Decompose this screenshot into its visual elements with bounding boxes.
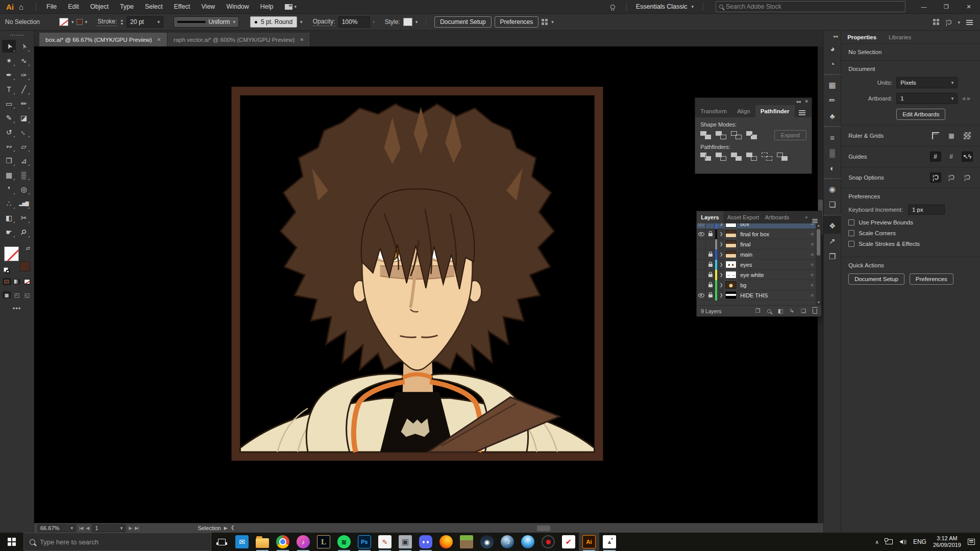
quick-action-button[interactable]: Preferences [910, 273, 953, 285]
chevron-down-icon[interactable]: ▾ [415, 19, 418, 24]
panel-tab[interactable]: Align [732, 105, 755, 117]
layer-row[interactable]: ❯ final ○ [697, 239, 816, 249]
color-button[interactable] [3, 278, 11, 285]
illustrator-icon[interactable]: Ai [579, 533, 599, 551]
blue-orb-app-icon[interactable] [518, 533, 538, 551]
touch-workspace-icon[interactable] [933, 19, 940, 26]
color-guide-icon[interactable]: ◔ [824, 56, 841, 71]
hand-tool[interactable]: ☛ [2, 226, 16, 238]
arrange-documents-icon[interactable] [542, 19, 548, 26]
layer-row[interactable]: ❯ HIDE THIS ○ [697, 290, 816, 300]
prev-artboard-icon[interactable]: ◀ [86, 525, 89, 531]
tray-chevron-icon[interactable]: ∧ [875, 539, 879, 545]
menu-item[interactable]: Object [85, 1, 114, 12]
lasso-tool[interactable]: ∿ [17, 54, 31, 67]
target-circle-icon[interactable]: ○ [811, 231, 814, 237]
quick-action-button[interactable]: Document Setup [848, 273, 904, 285]
lock-icon[interactable] [708, 274, 713, 277]
list-menu-icon[interactable] [966, 20, 973, 21]
expand-chevron-icon[interactable]: ❯ [717, 242, 725, 246]
type-tool[interactable]: T [2, 83, 16, 95]
blend-tool[interactable]: ◎ [17, 183, 31, 195]
symbols-icon[interactable]: ♣ [824, 108, 841, 123]
paintbrush-tool[interactable]: ✏ [17, 97, 31, 110]
image-viewer-icon[interactable]: ▲ [599, 533, 620, 551]
panel-tab[interactable]: Properties [841, 31, 883, 44]
intersect-icon[interactable] [731, 131, 742, 139]
shape-builder-tool[interactable]: ❐ [2, 154, 16, 167]
checkbox-box[interactable] [848, 230, 854, 236]
style-swatch[interactable] [403, 18, 412, 26]
adobe-stock-search[interactable] [716, 1, 905, 12]
chevron-down-icon[interactable]: ▾ [295, 4, 297, 9]
layer-name[interactable]: eyes [740, 262, 811, 268]
menu-item[interactable]: Edit [63, 1, 84, 12]
preference-checkbox[interactable]: Scale Strokes & Effects [848, 241, 973, 247]
language-indicator[interactable]: ENG [913, 538, 926, 545]
stroke-label[interactable]: Stroke: [97, 18, 117, 26]
menu-item[interactable]: Help [255, 1, 279, 12]
checkbox-box[interactable] [848, 219, 854, 226]
file-explorer-icon[interactable] [252, 533, 273, 551]
snap-options-icon[interactable]: ¦Ɔ [946, 19, 952, 26]
volume-icon[interactable]: )) [899, 539, 906, 544]
document-tab[interactable]: box.ai* @ 66.67% (CMYK/GPU Preview) ✕ [39, 33, 167, 46]
artboards-panel-icon[interactable]: ❐ [824, 249, 841, 264]
panel-tab[interactable]: Libraries [883, 31, 917, 44]
status-menu-arrow[interactable]: ▶ [224, 525, 228, 531]
collapse-panel-icon[interactable]: ◂◂ [796, 99, 801, 104]
target-circle-icon[interactable]: ○ [811, 252, 814, 257]
close-tab-icon[interactable]: ✕ [300, 37, 304, 42]
panel-tab[interactable]: Pathfinder [755, 105, 795, 117]
stroke-swatch[interactable] [77, 19, 82, 24]
fill-stroke-widget[interactable]: ⇄ [3, 245, 31, 272]
visibility-eye-icon[interactable] [698, 232, 704, 236]
layer-row[interactable]: ❯ main ○ [697, 249, 816, 260]
unite-icon[interactable] [700, 131, 711, 139]
panel-tab[interactable]: Transform [695, 105, 732, 117]
visibility-eye-icon[interactable] [698, 223, 704, 226]
panel-tab[interactable]: Layers [697, 211, 723, 223]
expand-panel-icon[interactable]: » [805, 215, 810, 220]
stock-search-input[interactable] [726, 3, 902, 10]
scroll-left-icon[interactable]: ❯ [231, 525, 235, 531]
menu-item[interactable]: Select [140, 1, 168, 12]
screen-recorder-icon[interactable]: ▣ [395, 533, 415, 551]
smart-guides-icon[interactable]: ↖ϟ [962, 152, 973, 162]
panel-menu-icon[interactable] [812, 219, 817, 220]
gradient-panel-icon[interactable]: ▒ [824, 145, 841, 160]
color-panel-icon[interactable]: ◕ [824, 41, 841, 56]
edit-artboards-button[interactable]: Edit Artboards [896, 109, 945, 120]
gradient-button[interactable] [13, 278, 21, 285]
lock-icon[interactable] [708, 254, 713, 257]
locate-object-icon[interactable] [767, 309, 771, 313]
default-fill-stroke-icon[interactable] [4, 267, 8, 272]
chevron-down-icon[interactable]: ▾ [691, 4, 694, 9]
chevron-down-icon[interactable]: ▾ [71, 19, 74, 24]
network-icon[interactable] [886, 539, 893, 544]
chevron-right-icon[interactable]: › [373, 19, 375, 24]
layer-thumbnail[interactable] [725, 251, 737, 258]
expand-button[interactable]: Expand [774, 130, 806, 140]
magic-wand-tool[interactable]: ✶ [2, 54, 16, 67]
action-center-icon[interactable] [968, 539, 975, 545]
collapse-dock-icon[interactable]: ◂◂ [833, 34, 838, 39]
swatches-icon[interactable]: ▦ [824, 74, 841, 93]
panel-tab[interactable]: Artboards [761, 211, 794, 223]
lock-icon[interactable] [708, 284, 713, 287]
brush-definition-field[interactable]: 5 pt. Round [250, 16, 297, 28]
preference-checkbox[interactable]: Scale Corners [848, 230, 973, 236]
new-layer-icon[interactable]: ❏ [801, 308, 806, 314]
none-button[interactable] [23, 278, 32, 285]
chrome-icon[interactable] [273, 533, 293, 551]
steam-icon[interactable]: ◉ [477, 533, 497, 551]
close-panel-icon[interactable]: ✕ [805, 99, 809, 104]
swap-fill-stroke-icon[interactable]: ⇄ [26, 245, 30, 251]
layer-thumbnail[interactable] [725, 240, 737, 248]
layer-thumbnail[interactable] [725, 230, 737, 238]
eyedropper-tool[interactable]: ❜ [2, 183, 16, 195]
chevron-down-icon[interactable]: ▾ [85, 19, 88, 24]
discord-icon[interactable] [415, 533, 436, 551]
layer-thumbnail[interactable] [725, 291, 737, 299]
edit-toolbar-ellipsis[interactable]: ••• [13, 305, 21, 312]
